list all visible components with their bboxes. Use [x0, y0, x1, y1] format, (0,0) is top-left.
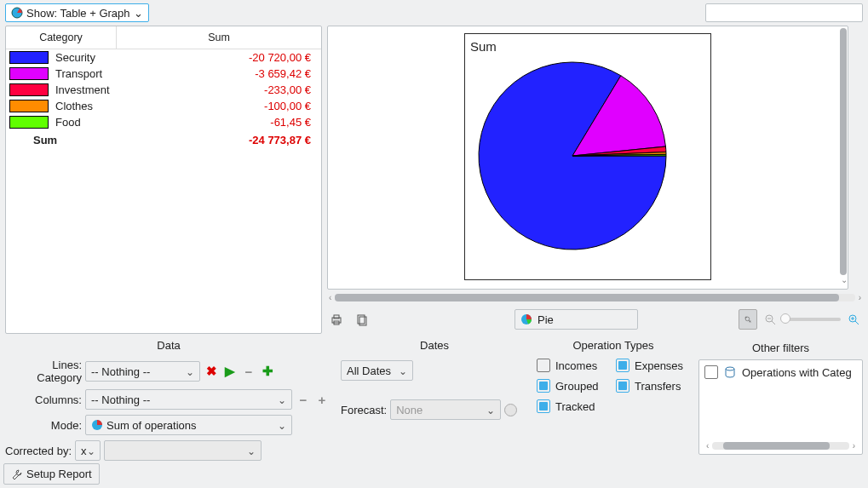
plus-icon[interactable]: + [314, 392, 330, 407]
forecast-toggle[interactable] [504, 404, 517, 416]
sum-icon [91, 419, 103, 431]
chevron-down-icon [278, 393, 286, 406]
setup-report-button[interactable]: Setup Report [3, 463, 100, 485]
forecast-label: Forecast: [341, 404, 387, 416]
category-value: -61,45 € [124, 116, 318, 129]
category-label: Security [55, 51, 124, 64]
scroll-left-icon[interactable]: ‹ [327, 293, 333, 302]
filter-item-label: Operations with Categ [742, 366, 852, 379]
dates-title: Dates [341, 339, 528, 352]
col-category[interactable]: Category [6, 26, 117, 49]
db-icon [723, 365, 737, 379]
chevron-down-icon [247, 445, 256, 457]
setup-report-label: Setup Report [26, 468, 92, 480]
chart-type-label: Pie [537, 313, 554, 326]
category-table: Category Sum Security -20 720,00 € Trans… [5, 26, 322, 334]
filter-input[interactable] [705, 3, 863, 22]
data-section: Data Lines: Category -- Nothing -- ✖ ▶ −… [5, 339, 332, 466]
table-row[interactable]: Investment -233,00 € [6, 82, 321, 98]
zoom-fit-icon[interactable] [739, 309, 757, 330]
chart-title: Sum [470, 39, 705, 54]
filter-checkbox[interactable] [704, 365, 718, 379]
operation-types-section: Operation Types Incomes Expenses Grouped… [537, 339, 690, 466]
table-row[interactable]: Food -61,45 € [6, 114, 321, 130]
svg-line-11 [772, 321, 775, 324]
expenses-checkbox[interactable] [616, 359, 629, 372]
color-swatch [9, 116, 49, 129]
corrected-op-select[interactable]: x [75, 440, 101, 461]
scroll-right-icon[interactable]: › [857, 293, 863, 302]
show-mode-button[interactable]: Show: Table + Graph ⌄ [5, 3, 149, 22]
category-label: Clothes [55, 100, 124, 112]
tracked-checkbox[interactable] [537, 399, 550, 413]
category-label: Food [55, 116, 124, 129]
lines-label: Lines: Category [5, 359, 82, 384]
svg-line-15 [855, 321, 859, 324]
category-value: -100,00 € [124, 100, 318, 112]
wrench-icon [11, 468, 23, 480]
lines-select[interactable]: -- Nothing -- [85, 361, 200, 382]
data-title: Data [5, 339, 332, 352]
color-swatch [9, 83, 49, 96]
scroll-down-icon[interactable]: ⌄ [841, 275, 848, 284]
pie-icon [11, 7, 23, 19]
col-sum[interactable]: Sum [117, 26, 321, 49]
svg-point-17 [726, 367, 734, 370]
chart-hscroll[interactable] [335, 294, 854, 301]
svg-point-7 [745, 317, 750, 321]
copy-icon[interactable] [353, 310, 371, 329]
category-value: -20 720,00 € [124, 51, 318, 64]
filters-hscroll[interactable] [712, 442, 848, 450]
color-swatch [9, 67, 49, 80]
grouped-checkbox[interactable] [537, 379, 550, 393]
show-mode-label: Show: Table + Graph [26, 7, 130, 20]
play-icon[interactable]: ▶ [222, 364, 238, 379]
other-filters-section: Other filters Operations with Categ ‹ › [698, 359, 863, 455]
chevron-down-icon [399, 365, 407, 377]
zoom-in-icon[interactable] [844, 310, 863, 329]
scroll-right-icon[interactable]: › [851, 441, 857, 451]
pie-chart [470, 54, 675, 258]
forecast-select[interactable]: None [390, 399, 501, 420]
scroll-left-icon[interactable]: ‹ [704, 441, 710, 451]
print-icon[interactable] [327, 310, 346, 329]
table-row[interactable]: Security -20 720,00 € [6, 49, 321, 66]
plus-icon[interactable]: ✚ [260, 364, 275, 379]
dates-section: Dates All Dates Forecast: None [341, 339, 528, 466]
minus-icon[interactable]: − [241, 364, 256, 379]
remove-icon[interactable]: ✖ [204, 364, 219, 379]
zoom-slider[interactable] [783, 318, 841, 321]
filters-title: Other filters [699, 342, 862, 354]
date-range-select[interactable]: All Dates [341, 360, 413, 381]
category-label: Investment [55, 83, 124, 96]
chevron-down-icon [87, 445, 95, 457]
chart-type-select[interactable]: Pie [514, 309, 638, 330]
category-value: -233,00 € [124, 83, 318, 96]
columns-select[interactable]: -- Nothing -- [85, 389, 292, 410]
table-row[interactable]: Transport -3 659,42 € [6, 66, 321, 82]
chart-panel: Sum ⌄ [327, 26, 848, 290]
minus-icon[interactable]: − [296, 392, 311, 407]
color-swatch [9, 51, 49, 64]
category-value: -3 659,42 € [124, 67, 318, 80]
mode-select[interactable]: Sum of operations [85, 415, 292, 435]
chevron-down-icon: ⌄ [134, 7, 143, 20]
corrected-value-select[interactable] [104, 440, 262, 461]
chart-vscroll[interactable] [840, 28, 847, 275]
columns-label: Columns: [5, 393, 82, 406]
color-swatch [9, 100, 49, 112]
sum-value: -24 773,87 € [57, 134, 318, 146]
corrected-label: Corrected by: [5, 445, 72, 457]
chevron-down-icon [278, 419, 286, 432]
ops-title: Operation Types [537, 339, 690, 352]
category-label: Transport [55, 67, 124, 80]
table-row[interactable]: Clothes -100,00 € [6, 98, 321, 114]
mode-label: Mode: [5, 419, 82, 432]
sum-label: Sum [33, 134, 57, 146]
sum-row: Sum -24 773,87 € [6, 130, 321, 150]
incomes-checkbox[interactable] [537, 359, 550, 372]
pie-icon [520, 313, 532, 325]
zoom-out-icon[interactable] [761, 310, 779, 329]
transfers-checkbox[interactable] [616, 379, 629, 393]
chevron-down-icon [186, 365, 194, 378]
